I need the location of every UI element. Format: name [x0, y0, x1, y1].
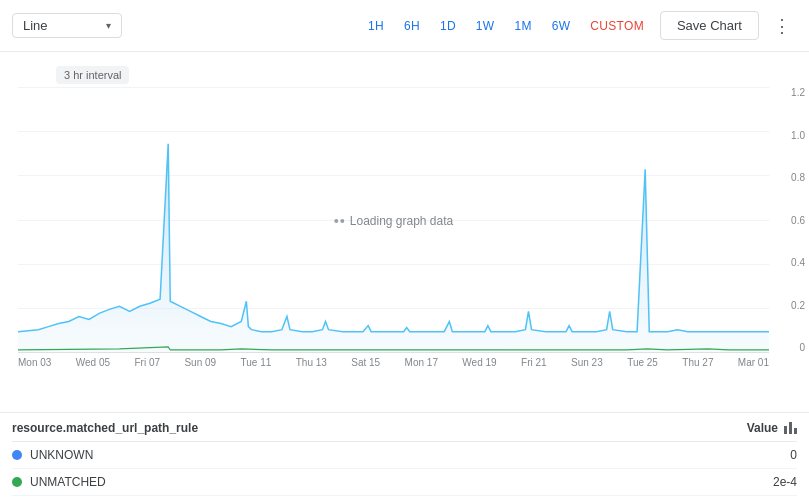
x-axis: Mon 03 Wed 05 Fri 07 Sun 09 Tue 11 Thu 1… — [18, 353, 769, 383]
time-btn-custom[interactable]: CUSTOM — [582, 15, 652, 37]
time-btn-1h[interactable]: 1H — [360, 15, 392, 37]
x-label-sun23: Sun 23 — [571, 357, 603, 368]
y-label-12: 1.2 — [775, 88, 805, 98]
more-options-button[interactable]: ⋮ — [767, 11, 797, 41]
x-label-wed05: Wed 05 — [76, 357, 110, 368]
legend-item-unknown: UNKNOWN 0 — [12, 442, 797, 469]
time-btn-1m[interactable]: 1M — [506, 15, 539, 37]
x-label-mon17: Mon 17 — [405, 357, 438, 368]
y-label-02: 0.2 — [775, 301, 805, 311]
loading-text: Loading graph data — [350, 214, 453, 228]
y-label-04: 0.4 — [775, 258, 805, 268]
loading-label: Loading graph data — [334, 214, 453, 228]
x-label-thu27: Thu 27 — [682, 357, 713, 368]
y-label-0: 0 — [775, 343, 805, 353]
legend-header: resource.matched_url_path_rule Value — [12, 421, 797, 442]
time-btn-1d[interactable]: 1D — [432, 15, 464, 37]
legend-area: resource.matched_url_path_rule Value UNK… — [0, 412, 809, 500]
legend-value-unmatched: 2e-4 — [773, 475, 797, 489]
time-btn-6h[interactable]: 6H — [396, 15, 428, 37]
chevron-down-icon: ▾ — [106, 20, 111, 31]
x-label-fri21: Fri 21 — [521, 357, 547, 368]
y-label-10: 1.0 — [775, 131, 805, 141]
toolbar: Line ▾ 1H 6H 1D 1W 1M 6W CUSTOM Save Cha… — [0, 0, 809, 52]
loading-dots-icon — [334, 219, 344, 223]
legend-item-left-unmatched: UNMATCHED — [12, 475, 106, 489]
legend-header-right: Value — [747, 421, 797, 435]
chart-type-label: Line — [23, 18, 48, 33]
x-label-sat15: Sat 15 — [351, 357, 380, 368]
chart-type-dropdown[interactable]: Line ▾ — [12, 13, 122, 38]
x-label-wed19: Wed 19 — [462, 357, 496, 368]
area-fill-unknown — [18, 144, 769, 352]
time-btn-1w[interactable]: 1W — [468, 15, 503, 37]
interval-badge: 3 hr interval — [56, 66, 129, 84]
time-range-buttons: 1H 6H 1D 1W 1M 6W CUSTOM — [360, 15, 652, 37]
save-chart-button[interactable]: Save Chart — [660, 11, 759, 40]
chart-area: 3 hr interval — [0, 52, 809, 412]
x-label-sun09: Sun 09 — [184, 357, 216, 368]
time-btn-6w[interactable]: 6W — [544, 15, 579, 37]
legend-value-label: Value — [747, 421, 778, 435]
line-unknown — [18, 144, 769, 332]
legend-value-unknown: 0 — [790, 448, 797, 462]
columns-icon[interactable] — [784, 422, 797, 434]
x-label-fri07: Fri 07 — [134, 357, 160, 368]
y-label-06: 0.6 — [775, 216, 805, 226]
y-axis: 0 0.2 0.4 0.6 0.8 1.0 1.2 — [775, 88, 805, 353]
x-label-thu13: Thu 13 — [296, 357, 327, 368]
x-label-tue11: Tue 11 — [241, 357, 272, 368]
x-label-mar01: Mar 01 — [738, 357, 769, 368]
legend-item-left-unknown: UNKNOWN — [12, 448, 93, 462]
legend-column-label: resource.matched_url_path_rule — [12, 421, 198, 435]
legend-item-unmatched: UNMATCHED 2e-4 — [12, 469, 797, 496]
legend-dot-unmatched — [12, 477, 22, 487]
y-label-08: 0.8 — [775, 173, 805, 183]
x-label-tue25: Tue 25 — [627, 357, 658, 368]
x-label-mon03: Mon 03 — [18, 357, 51, 368]
legend-name-unmatched: UNMATCHED — [30, 475, 106, 489]
chart-container: Loading graph data 0 0.2 0.4 0.6 0.8 1.0… — [18, 88, 769, 383]
legend-name-unknown: UNKNOWN — [30, 448, 93, 462]
legend-dot-unknown — [12, 450, 22, 460]
